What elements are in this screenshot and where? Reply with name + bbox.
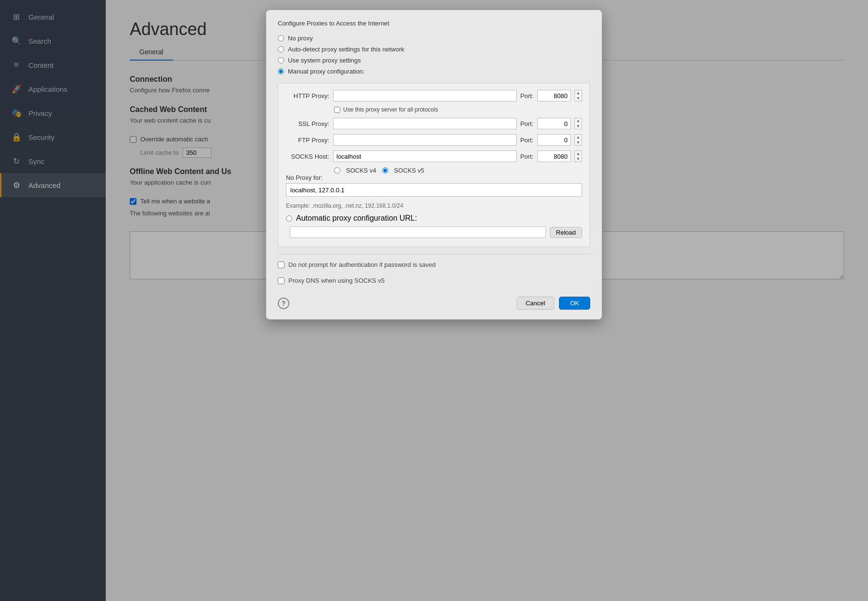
no-proxy-row: No proxy — [278, 35, 590, 42]
auto-proxy-label: Automatic proxy configuration URL: — [296, 214, 417, 223]
auto-detect-radio[interactable] — [278, 46, 284, 52]
dialog-title: Configure Proxies to Access the Internet — [278, 20, 590, 27]
socks-host-label: SOCKS Host: — [286, 153, 329, 160]
socks-port-spinner: ▲ ▼ — [574, 150, 582, 162]
proxy-dns-checkbox[interactable] — [278, 277, 285, 284]
ssl-port-spinner: ▲ ▼ — [574, 118, 582, 129]
ssl-proxy-input[interactable] — [333, 118, 517, 129]
socks-port-label: Port: — [521, 153, 533, 160]
system-proxy-radio[interactable] — [278, 57, 284, 63]
socks-host-input[interactable] — [333, 150, 517, 162]
ssl-port-down[interactable]: ▼ — [575, 124, 582, 129]
socks-version-row: SOCKS v4 SOCKS v5 — [334, 167, 582, 174]
auto-proxy-input[interactable] — [290, 226, 546, 238]
ftp-port-label: Port: — [521, 137, 533, 144]
http-port-input[interactable] — [537, 90, 571, 101]
http-port-down[interactable]: ▼ — [575, 96, 582, 101]
no-proxy-for-label: No Proxy for: — [286, 174, 582, 181]
ssl-port-label: Port: — [521, 120, 533, 127]
system-proxy-row: Use system proxy settings — [278, 57, 590, 64]
proxy-options: No proxy Auto-detect proxy settings for … — [278, 35, 590, 75]
ftp-proxy-input[interactable] — [333, 134, 517, 146]
no-proxy-label: No proxy — [288, 35, 313, 42]
cancel-button[interactable]: Cancel — [517, 297, 554, 310]
dialog-footer: ? Cancel OK — [278, 297, 590, 310]
manual-proxy-row: Manual proxy configuration: — [278, 68, 590, 75]
use-for-all-label: Use this proxy server for all protocols — [343, 106, 438, 113]
help-button[interactable]: ? — [278, 298, 289, 309]
socks-port-up[interactable]: ▲ — [575, 151, 582, 156]
no-proxy-radio[interactable] — [278, 35, 284, 41]
auto-detect-label: Auto-detect proxy settings for this netw… — [288, 46, 404, 53]
no-proxy-for-input[interactable] — [286, 183, 582, 197]
http-proxy-input[interactable] — [333, 90, 517, 101]
example-text: Example: .mozilla.org, .net.nz, 192.168.… — [286, 202, 582, 209]
ssl-port-input[interactable] — [537, 118, 571, 129]
socks-v4-label: SOCKS v4 — [346, 167, 376, 174]
ok-button[interactable]: OK — [559, 297, 590, 310]
use-for-all-checkbox[interactable] — [334, 107, 340, 113]
proxy-dns-label: Proxy DNS when using SOCKS v5 — [288, 277, 384, 284]
ssl-proxy-row: SSL Proxy: Port: ▲ ▼ — [286, 118, 582, 129]
no-prompt-checkbox[interactable] — [278, 262, 285, 268]
socks-v5-radio[interactable] — [382, 167, 388, 174]
no-proxy-section: No Proxy for: — [286, 174, 582, 197]
http-proxy-row: HTTP Proxy: Port: ▲ ▼ — [286, 90, 582, 101]
socks-port-down[interactable]: ▼ — [575, 156, 582, 162]
auto-detect-row: Auto-detect proxy settings for this netw… — [278, 46, 590, 53]
auto-proxy-radio[interactable] — [286, 215, 292, 222]
footer-buttons: Cancel OK — [517, 297, 590, 310]
no-prompt-row: Do not prompt for authentication if pass… — [278, 261, 590, 268]
proxy-dns-row: Proxy DNS when using SOCKS v5 — [278, 277, 590, 284]
http-port-spinner: ▲ ▼ — [574, 90, 582, 101]
socks-v5-label: SOCKS v5 — [394, 167, 424, 174]
no-prompt-label: Do not prompt for authentication if pass… — [288, 261, 435, 268]
ssl-port-up[interactable]: ▲ — [575, 118, 582, 124]
ftp-proxy-row: FTP Proxy: Port: ▲ ▼ — [286, 134, 582, 146]
system-proxy-label: Use system proxy settings — [288, 57, 361, 64]
auto-proxy-input-row: Reload — [286, 226, 582, 238]
socks-port-input[interactable] — [537, 150, 571, 162]
proxy-dialog: Configure Proxies to Access the Internet… — [266, 10, 602, 320]
auto-proxy-row: Automatic proxy configuration URL: — [286, 214, 582, 223]
divider — [278, 254, 590, 254]
ftp-port-input[interactable] — [537, 134, 571, 146]
ssl-proxy-label: SSL Proxy: — [286, 120, 329, 127]
manual-proxy-label: Manual proxy configuration: — [288, 68, 365, 75]
overlay: Configure Proxies to Access the Internet… — [0, 0, 868, 601]
ftp-port-up[interactable]: ▲ — [575, 135, 582, 140]
proxy-fields: HTTP Proxy: Port: ▲ ▼ Use this proxy ser… — [278, 83, 590, 247]
socks-v4-radio[interactable] — [334, 167, 340, 174]
ftp-port-down[interactable]: ▼ — [575, 140, 582, 145]
http-proxy-label: HTTP Proxy: — [286, 92, 329, 100]
socks-host-row: SOCKS Host: Port: ▲ ▼ — [286, 150, 582, 162]
ftp-port-spinner: ▲ ▼ — [574, 134, 582, 146]
manual-proxy-radio[interactable] — [278, 68, 284, 75]
reload-button[interactable]: Reload — [550, 227, 582, 238]
bottom-checks: Do not prompt for authentication if pass… — [278, 261, 590, 289]
http-port-label: Port: — [521, 92, 533, 100]
use-for-all-row: Use this proxy server for all protocols — [334, 106, 582, 113]
ftp-proxy-label: FTP Proxy: — [286, 137, 329, 144]
http-port-up[interactable]: ▲ — [575, 90, 582, 96]
